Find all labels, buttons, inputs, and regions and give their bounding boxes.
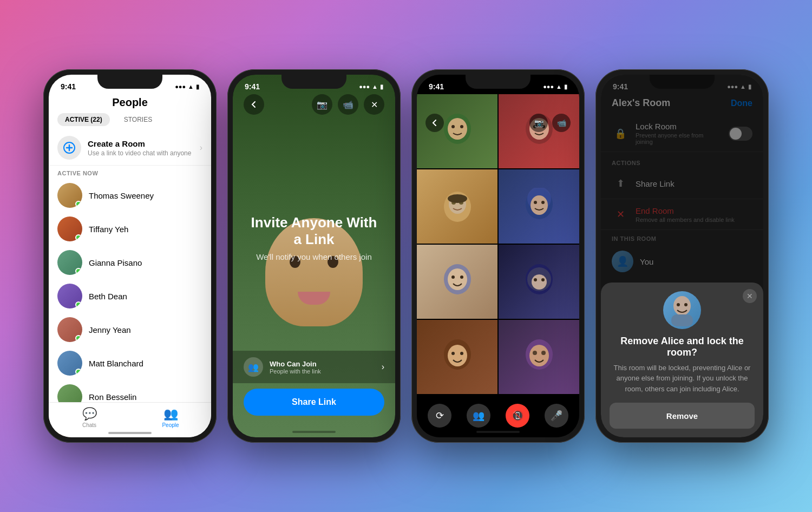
- signal-icon-2: ●●●: [359, 83, 370, 90]
- who-can-join-row[interactable]: 👥 Who Can Join People with the link ›: [233, 351, 395, 383]
- video-grid: [417, 94, 579, 394]
- share-link-btn[interactable]: Share Link: [244, 389, 384, 416]
- svg-point-22: [448, 268, 467, 290]
- invite-title: Invite Anyone With a Link: [249, 214, 379, 248]
- invite-sub: We'll notify you when others join: [249, 252, 379, 261]
- create-room-title: Create a Room: [88, 139, 193, 148]
- svg-point-39: [677, 303, 680, 306]
- contact-name-tiffany: Tiffany Yeh: [89, 225, 128, 234]
- contact-name-beth: Beth Dean: [89, 292, 127, 301]
- contact-row-gianna[interactable]: Gianna Pisano: [49, 246, 211, 279]
- chat-icon: 💬: [82, 407, 97, 421]
- vface-8: [499, 320, 579, 394]
- vface-3: [417, 169, 497, 244]
- video-btn[interactable]: 📹: [338, 94, 358, 115]
- contact-name-ron: Ron Besselin: [89, 392, 136, 402]
- nav-chats[interactable]: 💬 Chats: [49, 407, 130, 428]
- contact-row-thomas[interactable]: Thomas Sweeney: [49, 179, 211, 212]
- camera-btn[interactable]: 📷: [312, 94, 332, 115]
- people-icon: 👥: [163, 407, 178, 421]
- svg-point-18: [531, 195, 548, 215]
- contact-name-gianna: Gianna Pisano: [89, 258, 142, 267]
- page-title: People: [49, 94, 211, 113]
- contact-row-matt[interactable]: Matt Blanchard: [49, 346, 211, 380]
- svg-point-36: [533, 351, 537, 355]
- modal-title: Remove Alice and lock the room?: [610, 336, 755, 358]
- camera-btn-3[interactable]: 📷: [529, 114, 548, 132]
- back-btn[interactable]: [244, 94, 264, 115]
- top-right-controls: 📷 📹: [529, 114, 571, 132]
- contact-name-jenny: Jenny Yean: [89, 325, 131, 334]
- phone-4: 9:41 ●●● ▲ ▮ Alex's Room Done 🔒 Lock Roo…: [595, 69, 769, 443]
- vface-6: [499, 245, 579, 319]
- avatar-gianna: [57, 250, 82, 275]
- video-cell-3: [417, 169, 497, 244]
- create-room-icon: [57, 136, 81, 160]
- status-bar-3: 9:41 ●●● ▲ ▮: [417, 75, 579, 94]
- contact-row-jenny[interactable]: Jenny Yean: [49, 313, 211, 346]
- phone-2: 9:41 ●●● ▲ ▮ 📷 📹 ✕ Invite Anyone With a …: [227, 69, 401, 443]
- invite-text-area: Invite Anyone With a Link We'll notify y…: [233, 214, 395, 261]
- who-text: Who Can Join People with the link: [270, 360, 375, 375]
- phone-1-screen: 9:41 ●●● ▲ ▮ People ACTIVE (22) STORIES …: [49, 75, 211, 437]
- flip-camera-btn[interactable]: ⟳: [428, 404, 451, 428]
- battery-icon-2: ▮: [380, 83, 383, 90]
- modal-remove-btn[interactable]: Remove: [610, 403, 755, 429]
- avatar-matt: [57, 351, 82, 376]
- mouth: [298, 292, 330, 305]
- home-indicator-2: [292, 431, 336, 433]
- online-dot-jenny: [75, 335, 82, 342]
- modal-overlay: ✕ Remove Alice and lock the room? This r…: [601, 75, 763, 437]
- who-can-join-title: Who Can Join: [270, 360, 375, 368]
- contact-row-tiffany[interactable]: Tiffany Yeh: [49, 212, 211, 246]
- phone-3: 9:41 ●●● ▲ ▮ 📷 📹: [411, 69, 585, 443]
- modal-desc: This room will be locked, preventing Ali…: [610, 363, 755, 395]
- who-can-join-sub: People with the link: [270, 368, 375, 375]
- time-3: 9:41: [429, 82, 444, 91]
- time-2: 9:41: [245, 82, 260, 91]
- video-cell-7: [417, 320, 497, 394]
- phone-1: 9:41 ●●● ▲ ▮ People ACTIVE (22) STORIES …: [43, 69, 217, 443]
- tab-stories[interactable]: STORIES: [116, 113, 160, 126]
- nav-people-label: People: [162, 422, 179, 428]
- chevron-icon: ›: [200, 143, 202, 153]
- create-room-sub: Use a link to video chat with anyone: [88, 149, 193, 157]
- online-dot: [75, 201, 82, 207]
- create-room-row[interactable]: Create a Room Use a link to video chat w…: [49, 130, 211, 166]
- create-room-text: Create a Room Use a link to video chat w…: [88, 139, 193, 157]
- svg-point-24: [460, 275, 463, 279]
- signal-icon: ●●●: [175, 83, 186, 90]
- svg-point-40: [684, 303, 687, 306]
- close-btn[interactable]: ✕: [364, 94, 384, 115]
- right-controls: 📷 📹 ✕: [312, 94, 384, 115]
- video-cell-4: [499, 169, 579, 244]
- avatar-jenny: [57, 317, 82, 342]
- avatar-tiffany: [57, 216, 82, 241]
- video-btn-3[interactable]: 📹: [552, 114, 571, 132]
- nav-people[interactable]: 👥 People: [130, 407, 211, 428]
- participants-btn[interactable]: 👥: [467, 404, 490, 428]
- online-dot-tiffany: [75, 234, 82, 241]
- vface-5: [417, 245, 497, 319]
- svg-point-29: [541, 278, 545, 281]
- time-1: 9:41: [61, 82, 76, 91]
- contact-name-thomas: Thomas Sweeney: [89, 191, 154, 200]
- tab-active[interactable]: ACTIVE (22): [57, 113, 110, 126]
- contact-row-beth[interactable]: Beth Dean: [49, 279, 211, 313]
- status-icons-3: ●●● ▲ ▮: [543, 83, 567, 90]
- signal-icon-3: ●●●: [543, 83, 554, 90]
- who-icon: 👥: [244, 357, 263, 377]
- call-controls-top: 📷 📹 ✕: [233, 94, 395, 115]
- phone-3-screen: 9:41 ●●● ▲ ▮ 📷 📹: [417, 75, 579, 437]
- svg-point-33: [460, 352, 463, 355]
- modal-close-btn[interactable]: ✕: [743, 289, 757, 303]
- avatar-thomas: [57, 183, 82, 208]
- mute-btn[interactable]: 🎤: [545, 404, 568, 428]
- end-call-btn[interactable]: 📵: [506, 404, 529, 428]
- modal-sheet: ✕ Remove Alice and lock the room? This r…: [601, 283, 763, 438]
- back-btn-3[interactable]: [425, 114, 444, 132]
- online-dot-beth: [75, 301, 82, 308]
- phone3-top-ctrl: 📷 📹: [417, 94, 579, 132]
- vface-4: [499, 169, 579, 244]
- svg-point-28: [534, 278, 537, 281]
